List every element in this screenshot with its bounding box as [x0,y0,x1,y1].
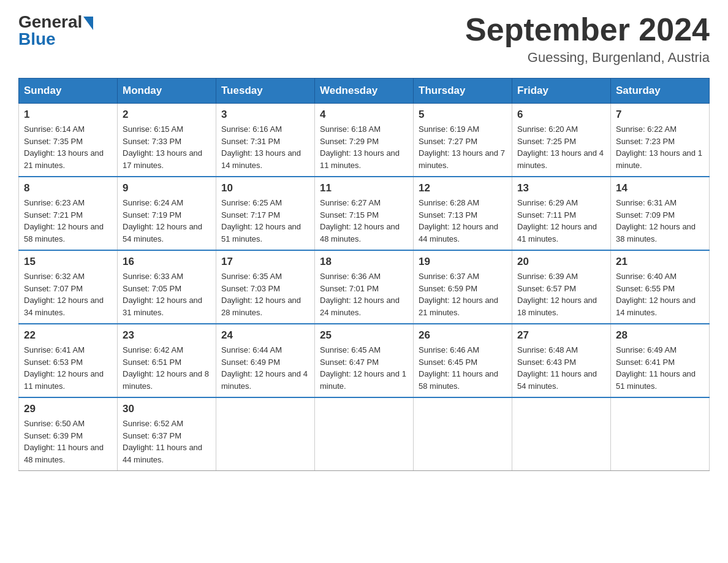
day-info: Sunrise: 6:45 AMSunset: 6:47 PMDaylight:… [320,345,406,391]
calendar-cell: 20 Sunrise: 6:39 AMSunset: 6:57 PMDaylig… [512,250,611,324]
day-number: 20 [517,256,605,268]
calendar-week-3: 15 Sunrise: 6:32 AMSunset: 7:07 PMDaylig… [19,250,710,324]
logo-triangle-icon [83,17,93,30]
day-info: Sunrise: 6:23 AMSunset: 7:21 PMDaylight:… [24,198,104,243]
calendar-cell: 29 Sunrise: 6:50 AMSunset: 6:39 PMDaylig… [19,397,118,471]
calendar-cell: 19 Sunrise: 6:37 AMSunset: 6:59 PMDaylig… [414,250,512,324]
day-info: Sunrise: 6:48 AMSunset: 6:43 PMDaylight:… [517,345,597,391]
calendar-week-5: 29 Sunrise: 6:50 AMSunset: 6:39 PMDaylig… [19,397,710,471]
day-info: Sunrise: 6:40 AMSunset: 6:55 PMDaylight:… [616,272,696,317]
calendar-week-1: 1 Sunrise: 6:14 AMSunset: 7:35 PMDayligh… [19,104,710,177]
day-info: Sunrise: 6:49 AMSunset: 6:41 PMDaylight:… [616,345,696,391]
day-number: 7 [616,109,704,121]
day-number: 4 [320,109,408,121]
calendar-cell: 17 Sunrise: 6:35 AMSunset: 7:03 PMDaylig… [216,250,315,324]
day-number: 26 [419,329,507,342]
calendar-cell: 25 Sunrise: 6:45 AMSunset: 6:47 PMDaylig… [315,324,414,397]
calendar-cell: 12 Sunrise: 6:28 AMSunset: 7:13 PMDaylig… [414,177,512,250]
day-number: 13 [517,182,605,194]
day-number: 28 [616,329,704,342]
calendar-cell: 15 Sunrise: 6:32 AMSunset: 7:07 PMDaylig… [19,250,118,324]
calendar-cell: 28 Sunrise: 6:49 AMSunset: 6:41 PMDaylig… [611,324,710,397]
day-info: Sunrise: 6:33 AMSunset: 7:05 PMDaylight:… [123,272,202,317]
day-number: 21 [616,256,704,268]
calendar-cell: 2 Sunrise: 6:15 AMSunset: 7:33 PMDayligh… [118,104,216,177]
day-number: 16 [123,256,211,268]
day-info: Sunrise: 6:37 AMSunset: 6:59 PMDaylight:… [419,272,498,317]
calendar-cell: 10 Sunrise: 6:25 AMSunset: 7:17 PMDaylig… [216,177,315,250]
day-info: Sunrise: 6:25 AMSunset: 7:17 PMDaylight:… [221,198,301,243]
calendar-header-row: Sunday Monday Tuesday Wednesday Thursday… [19,79,710,104]
header-thursday: Thursday [414,79,512,104]
calendar-cell: 5 Sunrise: 6:19 AMSunset: 7:27 PMDayligh… [414,104,512,177]
day-number: 6 [517,109,605,121]
calendar-week-2: 8 Sunrise: 6:23 AMSunset: 7:21 PMDayligh… [19,177,710,250]
day-number: 30 [123,403,211,415]
day-info: Sunrise: 6:41 AMSunset: 6:53 PMDaylight:… [24,345,104,391]
day-number: 18 [320,256,408,268]
logo-blue-text: Blue [18,29,56,49]
calendar-cell: 4 Sunrise: 6:18 AMSunset: 7:29 PMDayligh… [315,104,414,177]
day-number: 22 [24,329,112,342]
day-number: 9 [123,182,211,194]
calendar-table: Sunday Monday Tuesday Wednesday Thursday… [18,78,710,471]
day-number: 17 [221,256,309,268]
day-info: Sunrise: 6:35 AMSunset: 7:03 PMDaylight:… [221,272,301,317]
calendar-week-4: 22 Sunrise: 6:41 AMSunset: 6:53 PMDaylig… [19,324,710,397]
header-friday: Friday [512,79,611,104]
day-number: 25 [320,329,408,342]
day-info: Sunrise: 6:39 AMSunset: 6:57 PMDaylight:… [517,272,597,317]
calendar-cell: 18 Sunrise: 6:36 AMSunset: 7:01 PMDaylig… [315,250,414,324]
day-info: Sunrise: 6:46 AMSunset: 6:45 PMDaylight:… [419,345,498,391]
calendar-cell: 16 Sunrise: 6:33 AMSunset: 7:05 PMDaylig… [118,250,216,324]
header-tuesday: Tuesday [216,79,315,104]
header-sunday: Sunday [19,79,118,104]
day-info: Sunrise: 6:42 AMSunset: 6:51 PMDaylight:… [123,345,209,391]
calendar-cell: 27 Sunrise: 6:48 AMSunset: 6:43 PMDaylig… [512,324,611,397]
day-info: Sunrise: 6:15 AMSunset: 7:33 PMDaylight:… [123,124,202,170]
calendar-cell: 6 Sunrise: 6:20 AMSunset: 7:25 PMDayligh… [512,104,611,177]
day-number: 3 [221,109,309,121]
day-info: Sunrise: 6:32 AMSunset: 7:07 PMDaylight:… [24,272,104,317]
day-info: Sunrise: 6:16 AMSunset: 7:31 PMDaylight:… [221,124,301,170]
day-info: Sunrise: 6:24 AMSunset: 7:19 PMDaylight:… [123,198,202,243]
day-number: 5 [419,109,507,121]
day-number: 1 [24,109,112,121]
header-wednesday: Wednesday [315,79,414,104]
calendar-cell: 14 Sunrise: 6:31 AMSunset: 7:09 PMDaylig… [611,177,710,250]
day-number: 2 [123,109,211,121]
day-info: Sunrise: 6:27 AMSunset: 7:15 PMDaylight:… [320,198,400,243]
day-info: Sunrise: 6:36 AMSunset: 7:01 PMDaylight:… [320,272,400,317]
day-number: 11 [320,182,408,194]
day-info: Sunrise: 6:29 AMSunset: 7:11 PMDaylight:… [517,198,597,243]
calendar-cell [414,397,512,471]
day-info: Sunrise: 6:44 AMSunset: 6:49 PMDaylight:… [221,345,308,391]
calendar-cell [315,397,414,471]
day-number: 8 [24,182,112,194]
day-info: Sunrise: 6:50 AMSunset: 6:39 PMDaylight:… [24,419,104,464]
logo: General Blue [18,12,93,49]
header-monday: Monday [118,79,216,104]
month-title: September 2024 [465,12,710,47]
day-info: Sunrise: 6:14 AMSunset: 7:35 PMDaylight:… [24,124,104,170]
calendar-cell: 24 Sunrise: 6:44 AMSunset: 6:49 PMDaylig… [216,324,315,397]
day-number: 29 [24,403,112,415]
calendar-cell: 7 Sunrise: 6:22 AMSunset: 7:23 PMDayligh… [611,104,710,177]
calendar-cell: 22 Sunrise: 6:41 AMSunset: 6:53 PMDaylig… [19,324,118,397]
calendar-cell [512,397,611,471]
calendar-cell [611,397,710,471]
day-number: 19 [419,256,507,268]
day-number: 14 [616,182,704,194]
calendar-cell: 8 Sunrise: 6:23 AMSunset: 7:21 PMDayligh… [19,177,118,250]
day-number: 23 [123,329,211,342]
day-info: Sunrise: 6:18 AMSunset: 7:29 PMDaylight:… [320,124,400,170]
calendar-cell: 13 Sunrise: 6:29 AMSunset: 7:11 PMDaylig… [512,177,611,250]
day-number: 15 [24,256,112,268]
page-header: General Blue September 2024 Guessing, Bu… [18,12,710,66]
day-info: Sunrise: 6:28 AMSunset: 7:13 PMDaylight:… [419,198,498,243]
day-number: 12 [419,182,507,194]
calendar-cell: 9 Sunrise: 6:24 AMSunset: 7:19 PMDayligh… [118,177,216,250]
title-area: September 2024 Guessing, Burgenland, Aus… [465,12,710,66]
calendar-cell: 23 Sunrise: 6:42 AMSunset: 6:51 PMDaylig… [118,324,216,397]
calendar-cell: 21 Sunrise: 6:40 AMSunset: 6:55 PMDaylig… [611,250,710,324]
